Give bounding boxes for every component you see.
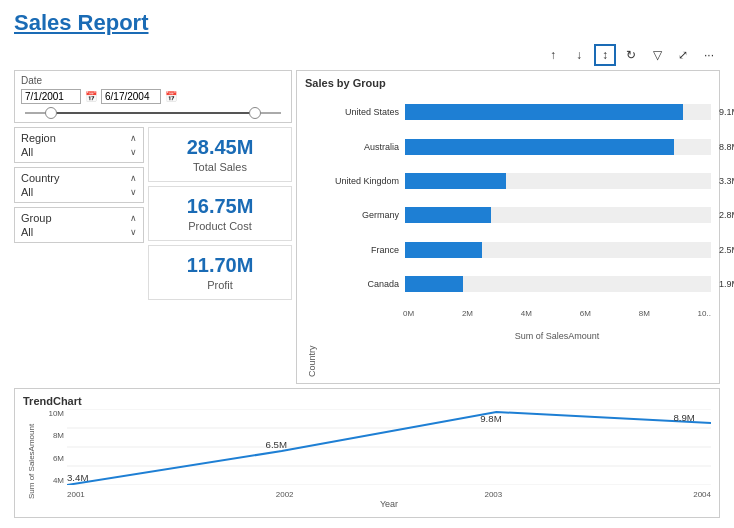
svg-text:6.5M: 6.5M — [266, 440, 287, 450]
country-chevron-up[interactable]: ∧ — [130, 173, 137, 183]
bar-chart-title: Sales by Group — [305, 77, 711, 89]
bar-label: France — [319, 245, 399, 255]
bar-fill — [405, 104, 683, 120]
x-axis-ticks: 0M 2M 4M 6M 8M 10.. — [319, 309, 711, 318]
svg-text:8.9M: 8.9M — [673, 413, 694, 423]
trend-x-tick: 2001 — [67, 490, 85, 499]
trend-x-label: Year — [67, 499, 711, 509]
bar-chart-x-label: Sum of SalesAmount — [319, 331, 711, 341]
metrics-column: 28.45M Total Sales 16.75M Product Cost 1… — [148, 127, 292, 384]
group-value[interactable]: All — [21, 226, 33, 238]
trend-line-svg: 3.4M 6.5M 9.8M 8.9M — [67, 409, 711, 485]
region-chevron-down[interactable]: ∨ — [130, 147, 137, 157]
trend-x-tick: 2003 — [484, 490, 502, 499]
sort-active-button[interactable]: ↕ — [594, 44, 616, 66]
group-chevron-down[interactable]: ∨ — [130, 227, 137, 237]
bar-wrapper: 2.8M — [405, 207, 711, 223]
region-value[interactable]: All — [21, 146, 33, 158]
trend-y-axis-label: Sum of SalesAmount — [23, 409, 39, 499]
region-chevron-up[interactable]: ∧ — [130, 133, 137, 143]
total-sales-value: 28.45M — [157, 136, 283, 159]
region-filter: Region ∧ All ∨ — [14, 127, 144, 163]
date-filter-label: Date — [21, 75, 285, 86]
bar-value: 8.8M — [719, 142, 734, 152]
date-slider[interactable] — [21, 108, 285, 118]
page: Sales Report ↑ ↓ ↕ ↻ ▽ ⤢ ··· Date 📅 📅 — [0, 0, 734, 528]
x-tick: 4M — [521, 309, 532, 318]
bar-fill — [405, 276, 463, 292]
filters-column: Region ∧ All ∨ Country ∧ — [14, 127, 144, 384]
group-chevron-up[interactable]: ∧ — [130, 213, 137, 223]
trend-chart-panel: TrendChart Sum of SalesAmount 10M 8M 6M … — [14, 388, 720, 518]
date-filter: Date 📅 📅 — [14, 70, 292, 123]
expand-button[interactable]: ⤢ — [672, 44, 694, 66]
bar-wrapper: 1.9M — [405, 276, 711, 292]
toolbar: ↑ ↓ ↕ ↻ ▽ ⤢ ··· — [14, 44, 720, 66]
country-value[interactable]: All — [21, 186, 33, 198]
calendar-icon-2: 📅 — [165, 91, 177, 102]
profit-value: 11.70M — [157, 254, 283, 277]
bar-value: 3.3M — [719, 176, 734, 186]
bar-wrapper: 8.8M — [405, 139, 711, 155]
bar-fill — [405, 242, 482, 258]
table-row: United Kingdom 3.3M — [319, 170, 711, 192]
trend-y-tick: 4M — [53, 476, 64, 485]
date-end-input[interactable] — [101, 89, 161, 104]
trend-chart-title: TrendChart — [23, 395, 711, 407]
bar-label: United States — [319, 107, 399, 117]
table-row: United States 9.1M — [319, 101, 711, 123]
bar-label: Germany — [319, 210, 399, 220]
svg-text:3.4M: 3.4M — [67, 473, 88, 483]
bar-value: 9.1M — [719, 107, 734, 117]
x-tick: 8M — [639, 309, 650, 318]
trend-svg-container: 3.4M 6.5M 9.8M 8.9M 2001 2002 2003 2004 … — [67, 409, 711, 499]
table-row: Australia 8.8M — [319, 136, 711, 158]
country-chevron-down[interactable]: ∨ — [130, 187, 137, 197]
profit-label: Profit — [157, 279, 283, 291]
group-filter: Group ∧ All ∨ — [14, 207, 144, 243]
bar-value: 2.8M — [719, 210, 734, 220]
x-tick: 0M — [403, 309, 414, 318]
table-row: Canada 1.9M — [319, 273, 711, 295]
more-options-button[interactable]: ··· — [698, 44, 720, 66]
x-tick: 10.. — [698, 309, 711, 318]
bar-value: 1.9M — [719, 279, 734, 289]
trend-y-tick: 8M — [53, 431, 64, 440]
product-cost-metric: 16.75M Product Cost — [148, 186, 292, 241]
trend-x-tick: 2002 — [276, 490, 294, 499]
main-content: Date 📅 📅 — [14, 70, 720, 384]
refresh-button[interactable]: ↻ — [620, 44, 642, 66]
date-start-input[interactable] — [21, 89, 81, 104]
sort-desc-button[interactable]: ↓ — [568, 44, 590, 66]
x-tick: 2M — [462, 309, 473, 318]
region-label: Region — [21, 132, 56, 144]
table-row: Germany 2.8M — [319, 204, 711, 226]
svg-text:9.8M: 9.8M — [480, 414, 501, 424]
bar-label: United Kingdom — [319, 176, 399, 186]
bar-fill — [405, 173, 506, 189]
total-sales-metric: 28.45M Total Sales — [148, 127, 292, 182]
product-cost-value: 16.75M — [157, 195, 283, 218]
trend-y-tick: 6M — [53, 454, 64, 463]
profit-metric: 11.70M Profit — [148, 245, 292, 300]
filter-button[interactable]: ▽ — [646, 44, 668, 66]
group-label: Group — [21, 212, 52, 224]
product-cost-label: Product Cost — [157, 220, 283, 232]
country-filter: Country ∧ All ∨ — [14, 167, 144, 203]
bar-label: Australia — [319, 142, 399, 152]
bar-chart-y-label: Country — [305, 95, 319, 377]
bar-fill — [405, 207, 491, 223]
bars-area: United States 9.1M Australia 8.8M — [319, 95, 711, 377]
bar-wrapper: 9.1M — [405, 104, 711, 120]
bar-wrapper: 3.3M — [405, 173, 711, 189]
sort-asc-button[interactable]: ↑ — [542, 44, 564, 66]
bar-chart-panel: Sales by Group Country United States 9.1… — [296, 70, 720, 384]
bar-wrapper: 2.5M — [405, 242, 711, 258]
page-title: Sales Report — [14, 10, 720, 36]
trend-y-tick: 10M — [48, 409, 64, 418]
bar-fill — [405, 139, 674, 155]
calendar-icon: 📅 — [85, 91, 97, 102]
trend-x-ticks: 2001 2002 2003 2004 — [67, 490, 711, 499]
bar-value: 2.5M — [719, 245, 734, 255]
x-tick: 6M — [580, 309, 591, 318]
